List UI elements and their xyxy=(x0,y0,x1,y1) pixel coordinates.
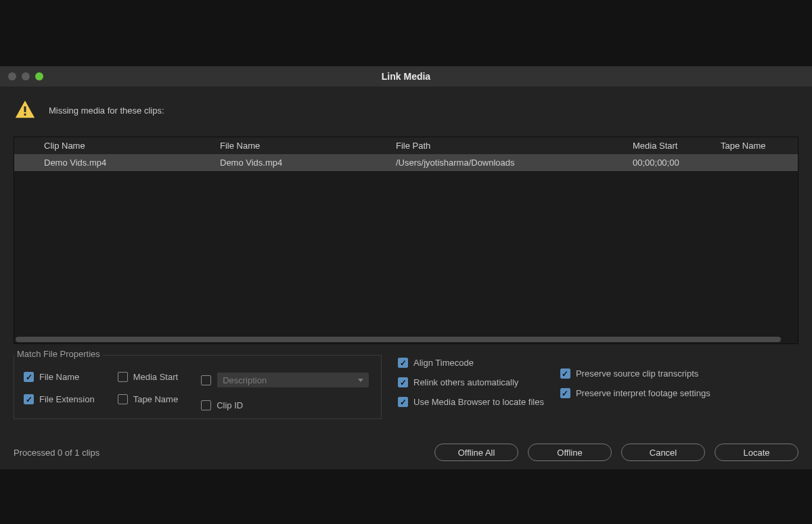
file-extension-checkbox[interactable]: File Extension xyxy=(24,394,95,404)
col-tape-name[interactable]: Tape Name xyxy=(718,141,798,151)
clip-id-checkbox[interactable]: Clip ID xyxy=(201,400,369,410)
table-header: Clip Name File Name File Path Media Star… xyxy=(14,137,798,154)
col-file-path[interactable]: File Path xyxy=(393,141,630,151)
col-file-name[interactable]: File Name xyxy=(217,141,393,151)
warning-icon xyxy=(14,99,37,122)
offline-all-button[interactable]: Offline All xyxy=(434,444,518,461)
description-placeholder: Description xyxy=(223,375,267,385)
svg-rect-0 xyxy=(24,106,26,112)
cell-clip-name: Demo Vids.mp4 xyxy=(41,158,217,168)
processed-status: Processed 0 of 1 clips xyxy=(14,448,99,458)
locate-button[interactable]: Locate xyxy=(715,444,798,461)
cell-file-path: /Users/jyotisharma/Downloads xyxy=(393,158,630,168)
missing-media-message: Missing media for these clips: xyxy=(49,105,164,116)
offline-button[interactable]: Offline xyxy=(528,444,612,461)
cell-file-name: Demo Vids.mp4 xyxy=(217,158,393,168)
chevron-down-icon xyxy=(358,379,363,382)
match-file-properties-legend: Match File Properties xyxy=(14,349,103,359)
file-name-checkbox[interactable]: File Name xyxy=(24,372,95,382)
col-clip-name[interactable]: Clip Name xyxy=(41,141,217,151)
align-timecode-checkbox[interactable]: Align Timecode xyxy=(398,358,544,368)
clips-table: Clip Name File Name File Path Media Star… xyxy=(14,137,798,344)
use-media-browser-checkbox[interactable]: Use Media Browser to locate files xyxy=(398,397,544,407)
tape-name-checkbox[interactable]: Tape Name xyxy=(118,394,178,404)
description-dropdown[interactable]: Description xyxy=(217,372,369,388)
cell-media-start: 00;00;00;00 xyxy=(630,158,718,168)
relink-others-checkbox[interactable]: Relink others automatically xyxy=(398,377,544,387)
description-checkbox[interactable] xyxy=(201,375,211,385)
horizontal-scrollbar[interactable] xyxy=(16,337,796,342)
preserve-interpret-checkbox[interactable]: Preserve interpret footage settings xyxy=(560,388,710,398)
dialog-title: Link Media xyxy=(0,71,812,82)
match-file-properties-group: Match File Properties File Name File Ext… xyxy=(14,355,382,419)
col-media-start[interactable]: Media Start xyxy=(630,141,718,151)
titlebar: Link Media xyxy=(0,66,812,87)
preserve-transcripts-checkbox[interactable]: Preserve source clip transcripts xyxy=(560,368,710,379)
svg-rect-1 xyxy=(24,114,26,116)
table-row[interactable]: Demo Vids.mp4 Demo Vids.mp4 /Users/jyoti… xyxy=(14,154,798,171)
cancel-button[interactable]: Cancel xyxy=(621,444,705,461)
link-media-dialog: Link Media Missing media for these clips… xyxy=(0,66,812,469)
media-start-checkbox[interactable]: Media Start xyxy=(118,372,178,382)
